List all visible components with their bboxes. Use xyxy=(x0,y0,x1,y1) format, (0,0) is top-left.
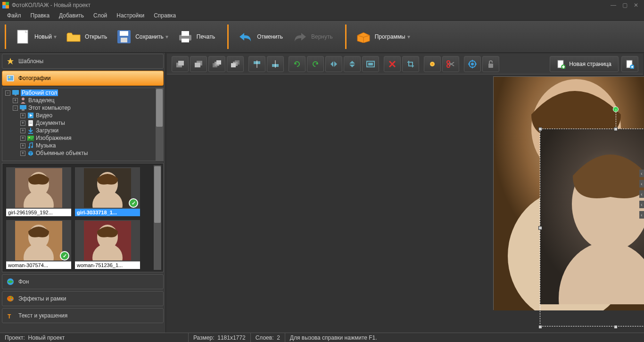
svg-point-41 xyxy=(8,297,10,299)
tree-node[interactable]: -Этот компьютер xyxy=(3,104,155,112)
svg-rect-48 xyxy=(195,63,200,67)
expander-icon[interactable]: + xyxy=(20,121,25,126)
crop-button[interactable] xyxy=(402,56,419,72)
canvas-viewport[interactable]: ‹ ‹ ‹ ‹ ‹ xyxy=(166,75,644,333)
tree-node[interactable]: +Документы xyxy=(3,119,155,127)
expander-icon[interactable]: - xyxy=(13,106,18,111)
thumbnail[interactable]: woman-751236_1... xyxy=(75,220,140,269)
expander-icon[interactable]: + xyxy=(20,136,25,141)
tree-node[interactable]: +Музыка xyxy=(3,142,155,149)
print-button[interactable]: Печать xyxy=(173,27,220,47)
chevron-down-icon[interactable]: ▾ xyxy=(407,33,410,40)
svg-rect-11 xyxy=(8,76,13,81)
thumbnail[interactable]: girl-3033718_1... xyxy=(75,167,140,216)
tab-text[interactable]: T Текст и украшения xyxy=(2,308,164,323)
page-settings-button[interactable] xyxy=(621,56,638,72)
send-back-button[interactable] xyxy=(227,56,244,72)
settings-button[interactable] xyxy=(464,56,481,72)
folder-tree[interactable]: -Рабочий стол+Владелец-Этот компьютер+Ви… xyxy=(2,88,156,161)
expander-icon[interactable]: - xyxy=(5,90,10,96)
wand-button[interactable] xyxy=(424,56,441,72)
handle-s[interactable] xyxy=(614,325,618,329)
right-tab-3[interactable]: ‹ xyxy=(639,190,644,198)
tree-node[interactable]: +Владелец xyxy=(3,97,155,104)
canvas-image-2[interactable] xyxy=(540,129,644,326)
new-page-button[interactable]: Новая страница xyxy=(550,56,619,72)
menu-layer[interactable]: Слой xyxy=(89,11,112,20)
save-button[interactable]: Сохранить ▾ xyxy=(112,27,173,47)
tree-scrollbar[interactable] xyxy=(156,88,163,161)
folder-node-icon xyxy=(12,89,19,97)
tree-node[interactable]: -Рабочий стол xyxy=(3,89,155,97)
thumbnail[interactable]: girl-2961959_192... xyxy=(6,167,71,216)
right-tab-1[interactable]: ‹ xyxy=(639,170,644,177)
flip-vertical-button[interactable] xyxy=(344,56,361,72)
menu-settings[interactable]: Настройки xyxy=(112,11,149,20)
svg-rect-1 xyxy=(6,2,9,5)
align-button-2[interactable] xyxy=(267,56,284,72)
programs-button[interactable]: Программы ▾ xyxy=(351,27,415,47)
open-button[interactable]: Открыть xyxy=(61,27,112,47)
right-tab-4[interactable]: ‹ xyxy=(639,201,644,208)
fit-button[interactable] xyxy=(362,56,379,72)
status-size: Размер: 1181x1772 xyxy=(189,333,251,342)
minimize-button[interactable]: — xyxy=(608,1,619,9)
menu-help[interactable]: Справка xyxy=(149,11,181,20)
align-button-1[interactable] xyxy=(248,56,265,72)
tab-effects[interactable]: Эффекты и рамки xyxy=(2,291,164,306)
expander-icon[interactable]: + xyxy=(20,128,25,133)
menu-edit[interactable]: Правка xyxy=(26,11,55,20)
thumb-scrollbar[interactable] xyxy=(154,165,161,270)
svg-point-42 xyxy=(11,297,12,298)
tree-node-label: Рабочий стол xyxy=(21,90,58,96)
content-area: Шаблоны Фотографии -Рабочий стол+Владеле… xyxy=(0,53,644,333)
box-icon xyxy=(356,29,371,44)
maximize-button[interactable]: ▢ xyxy=(619,1,630,9)
handle-sw[interactable] xyxy=(538,325,542,329)
photo-icon xyxy=(6,74,15,82)
expander-icon[interactable]: + xyxy=(20,151,25,156)
tab-background[interactable]: Фон xyxy=(2,274,164,289)
status-help: Для вызова справки нажмите F1. xyxy=(285,333,382,342)
lock-button[interactable] xyxy=(482,56,499,72)
svg-point-24 xyxy=(29,137,30,138)
rotate-left-button[interactable] xyxy=(289,56,305,72)
globe-icon xyxy=(6,277,15,286)
new-button[interactable]: Новый ▾ xyxy=(11,27,61,47)
thumbnail-label: girl-2961959_192... xyxy=(6,209,71,216)
tree-node[interactable]: +Изображения xyxy=(3,134,155,142)
app-icon xyxy=(2,2,9,8)
right-tab-5[interactable]: ‹ xyxy=(639,211,644,219)
tab-templates[interactable]: Шаблоны xyxy=(2,54,164,69)
chevron-down-icon[interactable]: ▾ xyxy=(54,33,57,40)
bring-forward-button[interactable] xyxy=(172,56,189,72)
scissors-button[interactable] xyxy=(442,56,459,72)
thumbnail[interactable]: woman-307574... xyxy=(6,220,71,269)
svg-rect-67 xyxy=(488,64,493,68)
menu-file[interactable]: Файл xyxy=(2,11,26,20)
delete-button[interactable] xyxy=(384,56,401,72)
tree-node[interactable]: +Объемные объекты xyxy=(3,149,155,157)
send-backward-button[interactable] xyxy=(190,56,207,72)
rotate-right-button[interactable] xyxy=(307,56,324,72)
right-tab-2[interactable]: ‹ xyxy=(639,180,644,187)
expander-icon[interactable]: + xyxy=(13,98,18,103)
svg-rect-17 xyxy=(22,109,25,111)
tree-node[interactable]: +Видео xyxy=(3,112,155,119)
menu-add[interactable]: Добавить xyxy=(54,11,89,20)
bring-front-button[interactable] xyxy=(208,56,225,72)
chevron-down-icon[interactable]: ▾ xyxy=(165,33,168,40)
expander-icon[interactable]: + xyxy=(20,113,25,118)
close-button[interactable]: ✕ xyxy=(630,1,642,9)
thumbnail-image xyxy=(75,167,140,209)
thumbnail-image xyxy=(6,220,71,261)
expander-icon[interactable]: + xyxy=(20,143,25,148)
redo-button[interactable]: Вернуть xyxy=(288,27,338,47)
tab-photos[interactable]: Фотографии xyxy=(2,71,164,86)
tree-node-label: Загрузки xyxy=(36,127,58,134)
svg-point-62 xyxy=(431,63,433,65)
undo-button[interactable]: Отменить xyxy=(233,27,288,47)
flip-horizontal-button[interactable] xyxy=(325,56,342,72)
print-icon xyxy=(178,29,193,44)
tree-node[interactable]: +Загрузки xyxy=(3,127,155,134)
